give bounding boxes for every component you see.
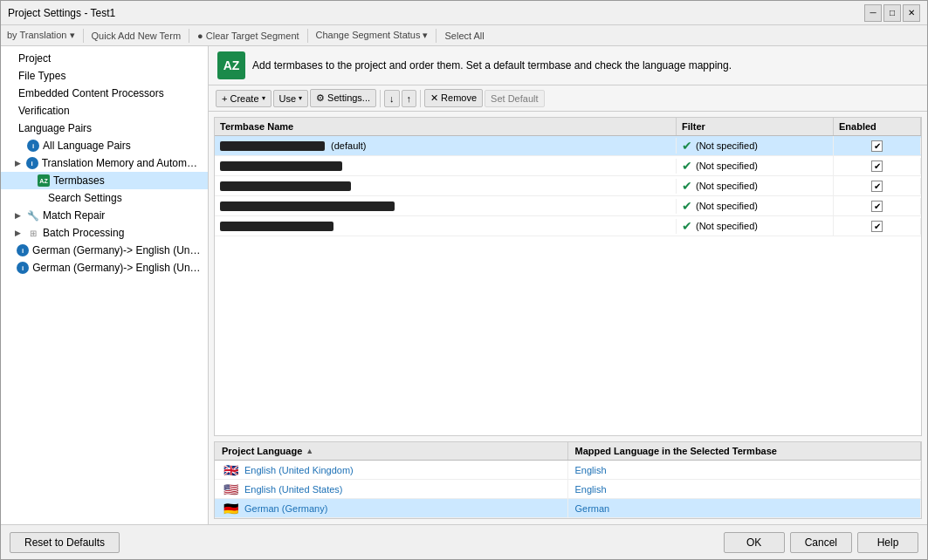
use-button[interactable]: Use ▾ <box>273 90 309 107</box>
enabled-cell[interactable]: ✔ <box>834 198 921 215</box>
sidebar-item-label: Translation Memory and Automated Tr... <box>42 157 203 169</box>
sidebar-item-language-pairs[interactable]: Language Pairs <box>1 120 208 137</box>
sidebar-item-verification[interactable]: Verification <box>1 102 208 120</box>
separator2 <box>420 90 421 107</box>
sidebar-item-termbases[interactable]: AZ Termbases <box>1 172 208 189</box>
termbase-name-cell <box>215 159 677 174</box>
table-row[interactable]: ✔ (Not specified) ✔ <box>215 196 921 216</box>
main-window: Project Settings - Test1 ─ □ ✕ by Transl… <box>0 0 928 560</box>
table-row[interactable]: ✔ (Not specified) ✔ <box>215 156 921 176</box>
sidebar-item-embedded[interactable]: Embedded Content Processors <box>1 85 208 102</box>
lang-link[interactable]: English (United Kingdom) <box>244 465 354 475</box>
lang-row[interactable]: 🇩🇪 German (Germany) German <box>215 499 921 518</box>
col-termbase-name: Termbase Name <box>215 118 677 135</box>
blurred-name <box>220 141 325 151</box>
enabled-checkbox[interactable]: ✔ <box>871 201 883 212</box>
project-lang-cell: 🇬🇧 English (United Kingdom) <box>215 461 568 479</box>
ok-button[interactable]: OK <box>724 532 785 553</box>
sidebar-item-translation-memory[interactable]: ▶ i Translation Memory and Automated Tr.… <box>1 154 208 172</box>
toolbar-change-status[interactable]: Change Segment Status ▾ <box>313 29 431 42</box>
table-row[interactable]: ✔ (Not specified) ✔ <box>215 216 921 236</box>
mapped-lang-link[interactable]: English <box>575 484 607 495</box>
table-row[interactable]: ✔ (Not specified) ✔ <box>215 176 921 196</box>
lang-row[interactable]: 🇬🇧 English (United Kingdom) English <box>215 461 921 480</box>
panel-header: AZ Add termbases to the project and orde… <box>209 46 927 85</box>
toolbar-clear-target[interactable]: ● Clear Target Segment <box>195 30 302 42</box>
filter-cell: ✔ (Not specified) <box>677 196 834 215</box>
enabled-checkbox[interactable]: ✔ <box>871 160 883 172</box>
termbases-icon: AZ <box>217 51 245 79</box>
lang-table-header: Project Language ▲ Mapped Language in th… <box>215 442 921 461</box>
set-default-button[interactable]: Set Default <box>485 90 544 107</box>
enabled-cell[interactable]: ✔ <box>834 218 921 235</box>
sidebar-item-label: All Language Pairs <box>43 140 131 152</box>
minimize-button[interactable]: ─ <box>864 4 882 22</box>
create-label: + Create <box>222 93 259 104</box>
help-button[interactable]: Help <box>857 532 918 553</box>
move-down-button[interactable]: ↓ <box>384 90 400 107</box>
check-icon: ✔ <box>682 199 692 213</box>
separator <box>380 90 381 107</box>
toolbar-quick-add[interactable]: Quick Add New Term <box>89 30 184 42</box>
sidebar-item-lang-de-en-us[interactable]: i German (Germany)-> English (United Sta… <box>1 242 208 259</box>
blue-circle-icon: i <box>17 262 29 274</box>
termbase-name-cell <box>215 219 677 234</box>
sidebar-item-project[interactable]: Project <box>1 50 208 67</box>
settings-label: ⚙ Settings... <box>316 92 370 104</box>
help-label: Help <box>877 536 899 549</box>
sidebar-item-search-settings[interactable]: Search Settings <box>1 189 208 207</box>
enabled-cell[interactable]: ✔ <box>834 138 921 154</box>
toolbar-select-all[interactable]: Select All <box>442 30 486 42</box>
filter-value: (Not specified) <box>696 181 758 191</box>
remove-button[interactable]: ✕ Remove <box>424 89 483 107</box>
close-button[interactable]: ✕ <box>903 4 920 22</box>
sidebar-item-label: Termbases <box>53 174 105 187</box>
move-down-icon: ↓ <box>389 93 395 104</box>
lang-link[interactable]: German (Germany) <box>244 503 327 514</box>
cancel-button[interactable]: Cancel <box>790 532 852 553</box>
lang-row[interactable]: 🇺🇸 English (United States) English <box>215 480 921 499</box>
separator2 <box>189 29 189 43</box>
bottom-bar: Reset to Defaults OK Cancel Help <box>1 524 927 559</box>
project-lang-cell: 🇩🇪 German (Germany) <box>215 499 568 517</box>
window-title: Project Settings - Test1 <box>8 7 115 19</box>
panel-description: Add termbases to the project and order t… <box>252 59 732 72</box>
enabled-checkbox[interactable]: ✔ <box>871 221 883 232</box>
sidebar-item-label: Embedded Content Processors <box>18 87 164 99</box>
enabled-cell[interactable]: ✔ <box>834 158 921 174</box>
table-row[interactable]: (default) ✔ (Not specified) ✔ <box>215 136 921 156</box>
arrow-icon: ▶ <box>15 229 24 237</box>
title-bar: Project Settings - Test1 ─ □ ✕ <box>1 1 927 25</box>
lang-link[interactable]: English (United States) <box>244 484 343 495</box>
enabled-checkbox[interactable]: ✔ <box>871 181 883 192</box>
maximize-button[interactable]: □ <box>883 4 901 22</box>
sidebar-item-label: Match Repair <box>43 209 105 222</box>
sidebar-item-batch-processing[interactable]: ▶ ⊞ Batch Processing <box>1 224 208 242</box>
layers-icon: ⊞ <box>27 227 39 239</box>
remove-label: ✕ Remove <box>430 92 477 104</box>
filter-value: (Not specified) <box>696 201 758 211</box>
window-controls: ─ □ ✕ <box>864 4 920 22</box>
create-button[interactable]: + Create ▾ <box>216 90 272 107</box>
settings-button[interactable]: ⚙ Settings... <box>310 89 376 107</box>
arrow-icon: ▶ <box>15 159 23 167</box>
sidebar-item-match-repair[interactable]: ▶ 🔧 Match Repair <box>1 207 208 224</box>
blurred-name <box>220 201 395 211</box>
sidebar-item-file-types[interactable]: File Types <box>1 67 208 85</box>
sort-icon: ▲ <box>306 447 313 455</box>
reset-defaults-button[interactable]: Reset to Defaults <box>10 532 120 553</box>
toolbar-by-translation[interactable]: by Translation ▾ <box>4 29 78 42</box>
mapped-lang-cell: English <box>568 461 922 479</box>
main-content: Project File Types Embedded Content Proc… <box>1 46 927 524</box>
enabled-checkbox[interactable]: ✔ <box>871 140 883 152</box>
sidebar-item-all-language-pairs[interactable]: i All Language Pairs <box>1 137 208 154</box>
enabled-cell[interactable]: ✔ <box>834 178 921 195</box>
mapped-lang-link[interactable]: German <box>575 503 610 514</box>
move-up-button[interactable]: ↑ <box>402 90 417 107</box>
mapped-lang-link[interactable]: English <box>575 465 607 475</box>
bottom-right: OK Cancel Help <box>724 532 918 553</box>
sidebar-item-lang-de-en-uk[interactable]: i German (Germany)-> English (United Kin… <box>1 259 208 277</box>
create-dropdown-arrow: ▾ <box>262 94 265 102</box>
filter-value: (Not specified) <box>696 140 758 151</box>
separator <box>83 29 84 43</box>
